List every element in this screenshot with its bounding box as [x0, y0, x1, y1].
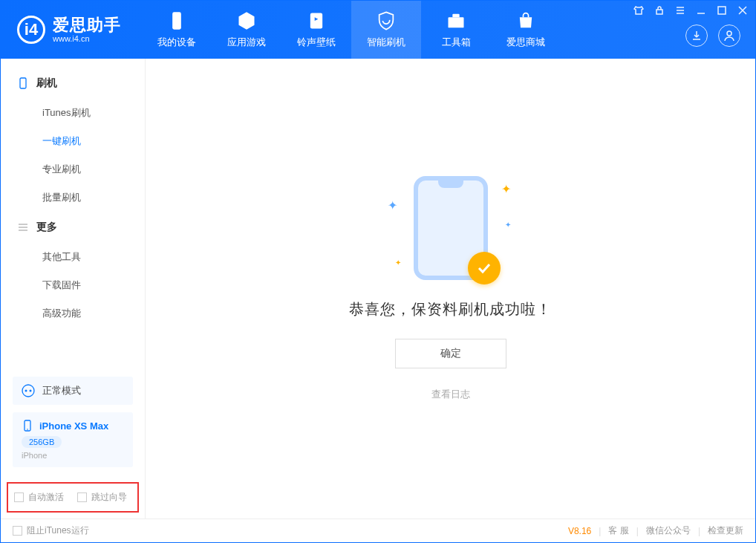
sidebar-item-batch-flash[interactable]: 批量刷机 [1, 183, 145, 212]
user-icon[interactable] [718, 25, 740, 47]
tab-label: 应用游戏 [227, 36, 266, 49]
confirm-button[interactable]: 确定 [395, 339, 506, 368]
phone-icon [166, 10, 187, 31]
separator: | [698, 526, 700, 536]
download-icon[interactable] [685, 25, 708, 47]
sidebar-group-more[interactable]: 更多 [1, 212, 145, 243]
check-update-link[interactable]: 检查更新 [708, 524, 743, 537]
statusbar: 阻止iTunes运行 V8.16 | 客 服 | 微信公众号 | 检查更新 [1, 518, 755, 542]
device-type: iPhone [22, 451, 124, 460]
device-card[interactable]: iPhone XS Max 256GB iPhone [13, 412, 133, 467]
tab-label: 爱思商城 [506, 36, 545, 49]
wechat-link[interactable]: 微信公众号 [646, 524, 691, 537]
sidebar-item-itunes-flash[interactable]: iTunes刷机 [1, 99, 145, 127]
titlebar: i4 爱思助手 www.i4.cn 我的设备 应用游戏 铃声壁纸 智能刷机 [1, 1, 755, 59]
checkbox-icon [13, 526, 22, 536]
sidebar-item-pro-flash[interactable]: 专业刷机 [1, 155, 145, 183]
svg-rect-4 [656, 10, 662, 14]
tab-toolbox[interactable]: 工具箱 [421, 1, 491, 59]
tab-label: 智能刷机 [367, 36, 405, 49]
refresh-shield-icon [376, 10, 397, 31]
sparkle-icon: ✦ [395, 259, 401, 267]
tab-label: 我的设备 [157, 36, 196, 49]
phone-outline-icon [17, 77, 29, 89]
svg-rect-0 [172, 12, 181, 29]
svg-point-12 [27, 429, 28, 430]
success-message: 恭喜您，保资料刷机成功啦！ [349, 299, 552, 319]
sidebar-item-other-tools[interactable]: 其他工具 [1, 243, 145, 271]
lock-icon[interactable] [654, 5, 665, 16]
sidebar-group-flash[interactable]: 刷机 [1, 68, 145, 99]
svg-point-8 [22, 385, 34, 397]
app-name: 爱思助手 [53, 16, 121, 34]
separator: | [636, 526, 639, 536]
svg-rect-2 [449, 17, 464, 27]
menu-icon[interactable] [675, 5, 685, 16]
sparkle-icon: ✦ [388, 198, 397, 212]
separator: | [599, 526, 601, 536]
list-icon [17, 221, 29, 233]
sidebar-group-label: 刷机 [36, 77, 57, 90]
app-window: i4 爱思助手 www.i4.cn 我的设备 应用游戏 铃声壁纸 智能刷机 [0, 0, 756, 543]
svg-point-10 [30, 390, 32, 392]
svg-rect-7 [20, 78, 26, 88]
device-mode-card[interactable]: 正常模式 [13, 377, 133, 405]
view-log-link[interactable]: 查看日志 [431, 388, 470, 401]
tab-label: 工具箱 [442, 36, 471, 49]
tab-ringtone[interactable]: 铃声壁纸 [281, 1, 351, 59]
svg-point-9 [25, 390, 27, 392]
tab-label: 铃声壁纸 [297, 36, 336, 49]
checkbox-label: 阻止iTunes运行 [27, 524, 89, 537]
maximize-icon[interactable] [717, 5, 727, 16]
sidebar-device-block: 正常模式 iPhone XS Max 256GB iPhone [1, 369, 145, 476]
mode-dots-icon [22, 384, 35, 397]
checkbox-label: 自动激活 [28, 491, 64, 504]
device-mode-label: 正常模式 [42, 384, 81, 397]
success-check-icon [468, 252, 501, 284]
close-icon[interactable] [737, 5, 748, 16]
tab-my-device[interactable]: 我的设备 [142, 1, 212, 59]
svg-rect-5 [718, 7, 726, 14]
sidebar-item-firmware[interactable]: 下载固件 [1, 271, 145, 299]
svg-rect-1 [310, 13, 322, 29]
tab-apps[interactable]: 应用游戏 [212, 1, 281, 59]
cube-icon [236, 10, 257, 31]
body: 刷机 iTunes刷机 一键刷机 专业刷机 批量刷机 更多 其他工具 下载固件 … [1, 59, 755, 518]
bag-icon [515, 10, 536, 31]
phone-notch-icon [438, 181, 463, 188]
main-content: ✦ ✦ ✦ ✦ 恭喜您，保资料刷机成功啦！ 确定 查看日志 [146, 59, 755, 518]
checkbox-icon [77, 492, 87, 502]
checkbox-auto-activate[interactable]: 自动激活 [14, 491, 64, 504]
success-illustration: ✦ ✦ ✦ ✦ [388, 176, 514, 280]
tab-flash[interactable]: 智能刷机 [351, 1, 421, 59]
app-url: www.i4.cn [53, 34, 121, 43]
sidebar-item-oneclick-flash[interactable]: 一键刷机 [1, 127, 145, 155]
shirt-icon[interactable] [633, 5, 644, 16]
toolbox-icon [446, 10, 466, 31]
checkbox-block-itunes[interactable]: 阻止iTunes运行 [13, 524, 89, 537]
sidebar: 刷机 iTunes刷机 一键刷机 专业刷机 批量刷机 更多 其他工具 下载固件 … [1, 59, 146, 518]
device-name: iPhone XS Max [39, 420, 108, 432]
app-logo: i4 爱思助手 www.i4.cn [1, 1, 142, 59]
flash-options-highlight: 自动激活 跳过向导 [7, 482, 139, 513]
checkbox-icon [14, 492, 24, 502]
main-tabs: 我的设备 应用游戏 铃声壁纸 智能刷机 工具箱 爱思商城 [142, 1, 561, 59]
checkbox-skip-guide[interactable]: 跳过向导 [77, 491, 127, 504]
sidebar-item-advanced[interactable]: 高级功能 [1, 299, 145, 328]
device-storage-badge: 256GB [22, 436, 62, 448]
sidebar-group-label: 更多 [36, 221, 57, 234]
minimize-icon[interactable] [696, 5, 706, 16]
svg-point-6 [727, 31, 731, 36]
music-icon [306, 10, 327, 31]
header-actions [685, 25, 740, 47]
logo-icon: i4 [17, 16, 45, 44]
window-controls [633, 5, 748, 16]
svg-rect-3 [452, 14, 459, 18]
tab-store[interactable]: 爱思商城 [491, 1, 561, 59]
device-phone-icon [22, 420, 33, 432]
support-link[interactable]: 客 服 [608, 524, 628, 537]
sparkle-icon: ✦ [505, 221, 511, 229]
sparkle-icon: ✦ [501, 182, 511, 196]
version-label: V8.16 [568, 526, 591, 536]
checkbox-label: 跳过向导 [91, 491, 127, 504]
